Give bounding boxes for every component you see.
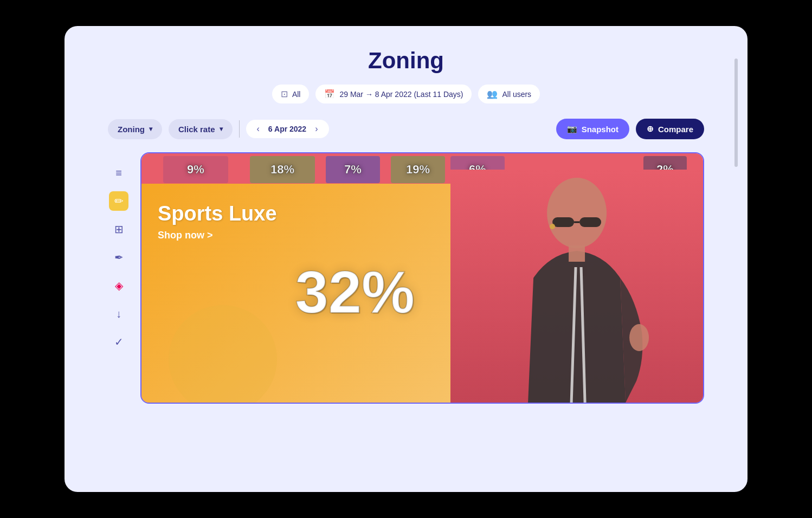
zone-1-percent: 9% <box>187 163 204 177</box>
list-icon: ≡ <box>115 167 122 179</box>
users-filter[interactable]: 👥 All users <box>478 85 540 103</box>
plus-circle-icon: ⊕ <box>647 124 654 134</box>
download-icon: ↓ <box>116 308 121 320</box>
scrollbar[interactable] <box>734 59 738 167</box>
check-tool-button[interactable]: ✓ <box>109 332 128 352</box>
hero-title: Sports Luxe <box>158 202 277 225</box>
zone-2: 18% <box>250 156 315 183</box>
woman-silhouette <box>450 170 703 403</box>
chevron-down-icon: ▾ <box>149 125 152 133</box>
hero-text-area: Sports Luxe Shop now > <box>158 202 277 241</box>
toolbar-divider <box>239 120 240 138</box>
check-icon: ✓ <box>114 335 124 348</box>
calendar-icon: 📅 <box>324 89 335 99</box>
heatmap-frame: 9% 18% 7% 19% 6% 2% <box>140 152 704 404</box>
svg-point-0 <box>547 178 607 248</box>
side-toolbar: ≡ ✏ ⊞ ✒ ◈ ↓ ✓ <box>108 152 130 352</box>
hero-cta: Shop now > <box>158 230 277 241</box>
date-navigation: ‹ 6 Apr 2022 › <box>246 120 329 138</box>
current-date-label: 6 Apr 2022 <box>268 125 306 133</box>
pen-icon: ✒ <box>114 251 124 264</box>
zone-2-percent: 18% <box>270 163 294 177</box>
camera-icon: 📷 <box>567 124 577 134</box>
zone-3: 7% <box>326 156 380 183</box>
content-area: ≡ ✏ ⊞ ✒ ◈ ↓ ✓ <box>108 152 704 404</box>
eraser-tool-button[interactable]: ◈ <box>109 276 128 295</box>
device-filter[interactable]: ⊡ All <box>272 85 310 103</box>
pen-tool-button[interactable]: ✒ <box>109 248 128 267</box>
click-rate-dropdown[interactable]: Click rate ▾ <box>169 119 233 139</box>
zone-3-percent: 7% <box>344 163 362 177</box>
zone-4-percent: 19% <box>406 163 430 177</box>
users-icon: 👥 <box>487 89 498 99</box>
toolbar: Zoning ▾ Click rate ▾ ‹ 6 Apr 2022 › 📷 S… <box>108 119 704 139</box>
zoning-dropdown[interactable]: Zoning ▾ <box>108 119 162 139</box>
device-icon: ⊡ <box>281 89 288 99</box>
zone-1: 9% <box>163 156 228 183</box>
page-title: Zoning <box>368 48 444 74</box>
svg-point-7 <box>550 224 555 229</box>
qr-tool-button[interactable]: ⊞ <box>109 219 128 239</box>
date-filter[interactable]: 📅 29 Mar → 8 Apr 2022 (Last 11 Days) <box>315 85 472 103</box>
heatmap-background: 9% 18% 7% 19% 6% 2% <box>141 153 703 403</box>
main-zone-percent: 32% <box>295 257 415 326</box>
next-date-button[interactable]: › <box>313 124 320 134</box>
svg-point-8 <box>629 324 649 351</box>
edit-icon: ✏ <box>114 195 124 208</box>
list-tool-button[interactable]: ≡ <box>109 163 128 183</box>
compare-button[interactable]: ⊕ Compare <box>636 119 704 139</box>
snapshot-button[interactable]: 📷 Snapshot <box>556 119 629 139</box>
zone-4: 19% <box>391 156 445 183</box>
edit-tool-button[interactable]: ✏ <box>109 191 128 211</box>
eraser-icon: ◈ <box>115 279 123 292</box>
svg-rect-1 <box>552 217 574 227</box>
qr-icon: ⊞ <box>114 223 124 236</box>
prev-date-button[interactable]: ‹ <box>255 124 262 134</box>
main-card: Zoning ⊡ All 📅 29 Mar → 8 Apr 2022 (Last… <box>65 26 747 492</box>
chevron-down-icon: ▾ <box>220 125 223 133</box>
download-tool-button[interactable]: ↓ <box>109 304 128 323</box>
product-image <box>450 170 703 403</box>
svg-rect-2 <box>579 217 601 227</box>
svg-rect-6 <box>569 245 585 262</box>
filter-bar: ⊡ All 📅 29 Mar → 8 Apr 2022 (Last 11 Day… <box>272 85 540 103</box>
